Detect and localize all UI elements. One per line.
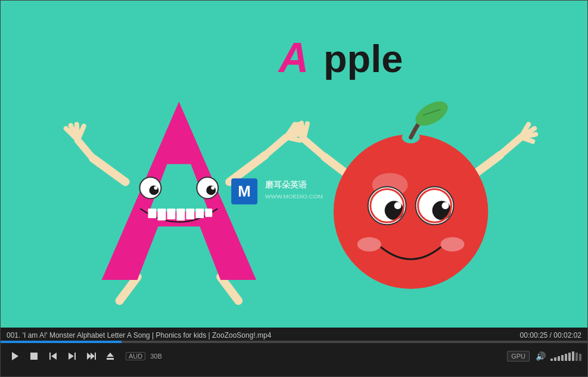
bar-2 [554, 357, 556, 361]
svg-marker-68 [69, 353, 74, 360]
filename-row: 001. 'I am A!' Monster Alphabet Letter A… [1, 328, 587, 341]
prev-chapter-button[interactable] [45, 348, 61, 364]
eject-button[interactable] [102, 348, 119, 364]
svg-text:pple: pple [323, 37, 403, 80]
progress-bar[interactable] [1, 341, 587, 343]
svg-rect-25 [148, 208, 156, 218]
svg-point-58 [441, 237, 465, 251]
svg-text:M: M [238, 183, 251, 200]
svg-marker-63 [12, 352, 18, 360]
time-display: 00:00:25 / 00:02:02 [520, 331, 581, 339]
total-time: 00:02:02 [553, 331, 581, 339]
svg-rect-26 [157, 208, 166, 220]
video-scene: A pple [1, 1, 587, 328]
frame-step-button[interactable] [83, 348, 99, 364]
eject-icon [105, 351, 115, 361]
bar-1 [550, 359, 553, 361]
svg-point-54 [441, 202, 449, 209]
svg-point-51 [385, 201, 404, 220]
svg-rect-64 [30, 353, 38, 360]
svg-text:WWW.MOEDIO.COM: WWW.MOEDIO.COM [265, 193, 323, 200]
track-label: 30B [150, 353, 162, 360]
volume-icon[interactable]: 🔊 [536, 351, 546, 361]
stop-icon [29, 351, 39, 361]
svg-rect-30 [195, 208, 204, 218]
svg-marker-69 [87, 353, 91, 360]
bar-3 [558, 356, 560, 361]
bar-5 [565, 354, 567, 361]
prev-chapter-icon [48, 351, 58, 361]
progress-fill [1, 341, 122, 343]
next-chapter-icon [67, 351, 77, 361]
svg-point-21 [149, 185, 158, 195]
svg-point-52 [433, 201, 452, 220]
svg-rect-65 [49, 353, 51, 360]
bar-6 [568, 353, 571, 361]
filename-label: 001. 'I am A!' Monster Alphabet Letter A… [7, 331, 271, 339]
bar-4 [561, 355, 564, 361]
bar-7 [572, 351, 574, 361]
svg-rect-73 [107, 358, 114, 360]
aud-label[interactable]: AUD [126, 352, 145, 360]
svg-point-53 [394, 202, 402, 209]
current-time: 00:00:25 [520, 331, 548, 339]
bar-8 [575, 353, 578, 361]
next-chapter-button[interactable] [64, 348, 80, 364]
svg-rect-67 [74, 353, 76, 360]
svg-marker-70 [91, 353, 95, 360]
svg-point-57 [357, 237, 381, 251]
player-container: A pple [0, 0, 588, 377]
svg-point-44 [334, 135, 488, 289]
bar-9 [579, 354, 581, 361]
svg-point-24 [211, 186, 214, 189]
svg-point-23 [154, 186, 157, 189]
play-button[interactable] [7, 348, 23, 364]
svg-rect-27 [167, 208, 175, 219]
svg-rect-31 [205, 208, 212, 217]
svg-text:A: A [278, 35, 309, 81]
svg-text:磨耳朵英语: 磨耳朵英语 [265, 180, 307, 189]
gpu-badge[interactable]: GPU [507, 351, 530, 362]
svg-point-22 [206, 185, 216, 195]
svg-line-14 [286, 138, 300, 141]
svg-rect-71 [95, 353, 96, 360]
stop-button[interactable] [26, 348, 42, 364]
video-area[interactable]: A pple [1, 1, 587, 328]
svg-rect-29 [186, 208, 194, 219]
signal-bars [550, 351, 581, 361]
play-icon [10, 351, 20, 361]
frame-step-icon [86, 351, 96, 361]
svg-rect-28 [176, 208, 185, 220]
svg-marker-66 [51, 353, 57, 360]
buttons-row: AUD 30B GPU 🔊 [1, 343, 587, 369]
svg-marker-72 [107, 353, 114, 357]
controls-bar: 001. 'I am A!' Monster Alphabet Letter A… [1, 328, 587, 376]
